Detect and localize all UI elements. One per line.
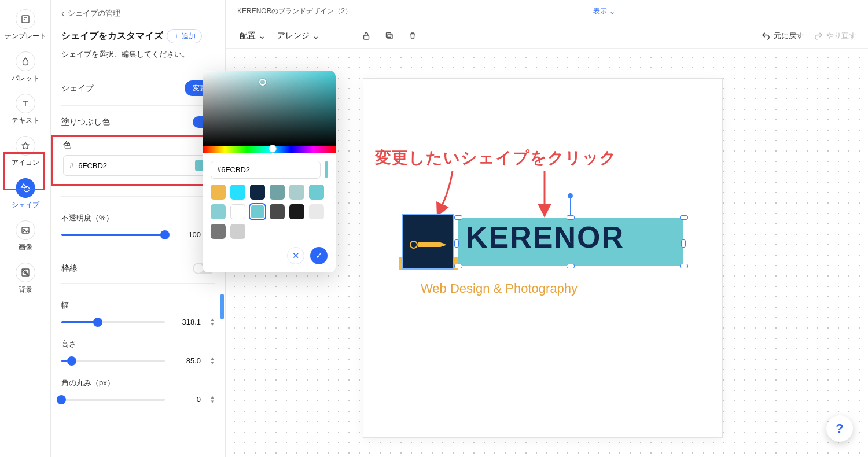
rail-icons[interactable]: アイコン [4, 134, 47, 172]
panel-subtitle: シェイプを選択、編集してください。 [61, 49, 215, 60]
top-bar: KERENORのブランドデザイン（2） 表示⌄ [226, 0, 868, 23]
rotation-handle[interactable] [568, 193, 573, 198]
radius-slider[interactable] [61, 399, 165, 401]
rail-background[interactable]: 背景 [4, 260, 47, 299]
rail-label: 画像 [19, 242, 32, 252]
swatch[interactable] [230, 224, 245, 239]
swatch[interactable] [270, 204, 285, 219]
hex-input[interactable] [78, 161, 195, 170]
picker-cancel-button[interactable]: ✕ [287, 247, 304, 264]
fill-label: 塗りつぶし色 [61, 117, 110, 127]
swatch[interactable] [309, 185, 324, 200]
hue-slider[interactable] [203, 146, 336, 153]
arrange-dropdown[interactable]: アレンジ ⌄ [275, 28, 322, 43]
back-link[interactable]: ‹ シェイプの管理 [61, 8, 215, 19]
picker-current-swatch [325, 161, 328, 178]
resize-handle[interactable] [680, 264, 688, 268]
swatch[interactable] [230, 185, 245, 200]
opacity-slider[interactable] [61, 234, 165, 236]
rail-label: アイコン [12, 158, 39, 168]
logo-group[interactable]: KERENOR Web Design & Photography [402, 214, 696, 270]
swatch[interactable] [230, 204, 245, 219]
logo-dark-square[interactable] [402, 214, 454, 270]
swatch[interactable] [250, 185, 265, 200]
hue-cursor[interactable] [269, 145, 277, 153]
radius-stepper[interactable]: ▲▼ [210, 395, 215, 404]
help-button[interactable]: ? [826, 415, 853, 442]
add-shape-button[interactable]: ＋ 追加 [167, 29, 202, 43]
svg-point-10 [446, 244, 447, 246]
sv-cursor[interactable] [259, 79, 266, 86]
rail-text[interactable]: テキスト [4, 91, 47, 130]
svg-point-8 [410, 241, 417, 248]
swatch-grid [203, 185, 336, 239]
copy-icon[interactable] [384, 31, 395, 41]
swatch[interactable] [270, 185, 285, 200]
annotation-arrow [435, 169, 458, 217]
rail-label: シェイプ [12, 200, 39, 210]
swatch[interactable] [250, 204, 265, 219]
hex-input-wrap[interactable]: # [63, 155, 213, 176]
chevron-down-icon: ⌄ [609, 8, 615, 16]
star-icon [16, 136, 35, 156]
placement-dropdown[interactable]: 配置 ⌄ [237, 28, 268, 43]
swatch[interactable] [211, 224, 226, 239]
shape-panel: ‹ シェイプの管理 シェイプをカスタマイズ ＋ 追加 シェイプを選択、編集してく… [51, 0, 226, 457]
trash-icon[interactable] [407, 31, 418, 41]
resize-handle[interactable] [454, 215, 462, 220]
undo-button[interactable]: 元に戻す [762, 31, 804, 41]
logo-text[interactable]: KERENOR [466, 220, 624, 255]
hash-symbol: # [69, 161, 73, 170]
picker-confirm-button[interactable]: ✓ [310, 247, 328, 264]
resize-handle[interactable] [567, 264, 575, 268]
resize-handle[interactable] [454, 239, 459, 248]
svg-rect-7 [387, 32, 391, 37]
swatch[interactable] [211, 185, 226, 200]
chevron-down-icon: ⌄ [312, 31, 319, 40]
swatch[interactable] [289, 204, 304, 219]
resize-handle[interactable] [567, 215, 575, 220]
height-stepper[interactable]: ▲▼ [210, 356, 215, 365]
panel-scrollbar[interactable] [220, 294, 224, 319]
rail-label: パレット [12, 73, 39, 83]
saturation-value-area[interactable] [203, 71, 336, 146]
image-icon [16, 220, 35, 240]
chevron-down-icon: ⌄ [259, 31, 266, 40]
resize-handle[interactable] [681, 239, 686, 248]
lock-icon[interactable] [361, 31, 372, 41]
width-stepper[interactable]: ▲▼ [210, 318, 215, 326]
width-value: 318.1 [174, 318, 201, 326]
rotation-handle-line [570, 197, 571, 218]
shapes-icon [16, 178, 35, 198]
width-label: 幅 [61, 300, 215, 311]
annotation-text: 変更したいシェイプをクリック [375, 147, 617, 169]
text-icon [16, 94, 35, 113]
picker-hex-input[interactable] [211, 161, 321, 179]
svg-rect-5 [364, 35, 369, 39]
nav-rail: テンプレート パレット テキスト アイコン シェイプ 画像 背景 [0, 0, 51, 457]
resize-handle[interactable] [454, 264, 462, 268]
color-picker: ✕ ✓ [203, 71, 336, 272]
template-icon [16, 9, 35, 29]
swatch[interactable] [309, 204, 324, 219]
view-dropdown[interactable]: 表示⌄ [593, 6, 615, 16]
logo-tagline[interactable]: Web Design & Photography [421, 281, 578, 296]
opacity-value: 100 [174, 230, 201, 239]
height-slider[interactable] [61, 360, 165, 362]
rail-label: 背景 [19, 285, 32, 294]
rail-shapes[interactable]: シェイプ [4, 176, 47, 215]
rail-images[interactable]: 画像 [4, 218, 47, 257]
opacity-label: 不透明度（%） [61, 213, 215, 223]
swatch[interactable] [211, 204, 226, 219]
color-section-highlight: 色 # [51, 135, 225, 186]
height-value: 85.0 [174, 356, 201, 365]
rail-templates[interactable]: テンプレート [4, 7, 47, 46]
width-slider[interactable] [61, 321, 165, 323]
panel-title: シェイプをカスタマイズ [61, 30, 163, 42]
back-label: シェイプの管理 [68, 8, 120, 19]
redo-button: やり直す [814, 31, 856, 41]
droplet-icon [16, 51, 35, 71]
rail-palette[interactable]: パレット [4, 49, 47, 88]
resize-handle[interactable] [680, 215, 688, 220]
swatch[interactable] [289, 185, 304, 200]
